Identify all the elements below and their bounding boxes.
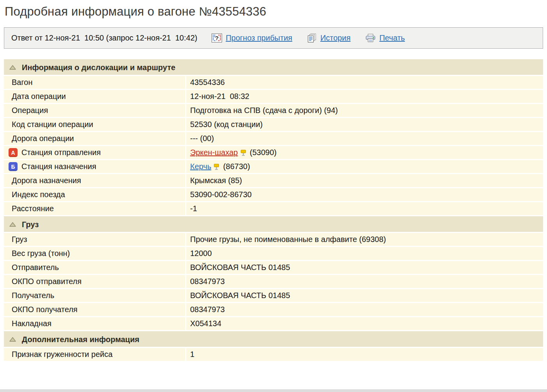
row-label-text: Операция bbox=[12, 106, 48, 115]
station-code: (86730) bbox=[221, 162, 250, 171]
print-link[interactable]: Печать bbox=[365, 34, 405, 43]
station-flag-icon bbox=[240, 150, 246, 156]
row-value: 12000 bbox=[186, 247, 543, 260]
forecast-link[interactable]: ? Прогноз прибытия bbox=[212, 34, 292, 42]
table-row: ПолучательВОЙСКОВАЯ ЧАСТЬ 01485 bbox=[4, 289, 543, 303]
row-label: Дата операции bbox=[4, 90, 186, 103]
forecast-calendar-icon: ? bbox=[212, 34, 222, 42]
row-value: 53090-002-86730 bbox=[186, 188, 543, 201]
row-value: Керчь (86730) bbox=[186, 160, 543, 173]
row-value: 12-ноя-21 08:32 bbox=[186, 90, 543, 103]
table-row: Расстояние-1 bbox=[4, 202, 543, 216]
wagon-detail-page: Подробная информация о вагоне №43554336 … bbox=[0, 0, 547, 362]
row-label: Накладная bbox=[4, 317, 186, 330]
table-row: Вес груза (тонн)12000 bbox=[4, 247, 543, 261]
row-label-text: Вес груза (тонн) bbox=[12, 249, 70, 258]
row-label-text: Дата операции bbox=[12, 92, 66, 101]
printer-icon bbox=[365, 34, 376, 43]
table-row: Дорога назначенияКрымская (85) bbox=[4, 174, 543, 188]
wagon-table: Информация о дислокации и маршрутеВагон4… bbox=[4, 59, 543, 362]
row-value: 52530 (код станции) bbox=[186, 118, 543, 131]
table-row: Дата операции12-ноя-21 08:32 bbox=[4, 90, 543, 104]
row-label: Дорога операции bbox=[4, 132, 186, 145]
row-value: 08347973 bbox=[186, 303, 543, 316]
section-title: Информация о дислокации и маршруте bbox=[22, 63, 175, 72]
row-label: Признак груженности рейса bbox=[4, 348, 186, 361]
row-value: X054134 bbox=[186, 317, 543, 330]
marker-a-icon: А bbox=[9, 148, 18, 157]
row-label-text: Вагон bbox=[12, 78, 33, 87]
table-row: ОКПО отправителя08347973 bbox=[4, 275, 543, 289]
history-pages-icon bbox=[307, 33, 317, 43]
page-title: Подробная информация о вагоне №43554336 bbox=[5, 5, 543, 19]
section-title: Груз bbox=[22, 220, 39, 229]
table-row: ОтправительВОЙСКОВАЯ ЧАСТЬ 01485 bbox=[4, 261, 543, 275]
row-label: БСтанция назначения bbox=[4, 160, 186, 173]
table-row: АСтанция отправленияЭркен-шахар (53090) bbox=[4, 146, 543, 160]
row-value: 08347973 bbox=[186, 275, 543, 288]
row-label-text: ОКПО получателя bbox=[12, 305, 78, 314]
response-timestamp: Ответ от 12-ноя-21 10:50 (запрос 12-ноя-… bbox=[11, 34, 197, 42]
station-link[interactable]: Эркен-шахар bbox=[190, 148, 238, 157]
table-row: Дорога операции--- (00) bbox=[4, 132, 543, 146]
row-label: ОКПО отправителя bbox=[4, 275, 186, 288]
table-row: Индекс поезда53090-002-86730 bbox=[4, 188, 543, 202]
forecast-link-label: Прогноз прибытия bbox=[226, 34, 292, 42]
row-label-text: Расстояние bbox=[12, 204, 54, 213]
row-label-text: Получатель bbox=[12, 291, 54, 300]
row-label: Дорога назначения bbox=[4, 174, 186, 187]
table-row: ОКПО получателя08347973 bbox=[4, 303, 543, 317]
row-label-text: Дорога операции bbox=[12, 134, 74, 143]
table-row: Вагон43554336 bbox=[4, 76, 543, 90]
bottom-edge bbox=[0, 389, 547, 392]
section-header[interactable]: Дополнительная информация bbox=[4, 331, 543, 348]
row-label: Вес груза (тонн) bbox=[4, 247, 186, 260]
collapse-triangle-icon bbox=[9, 65, 16, 70]
row-label: Получатель bbox=[4, 289, 186, 302]
row-label: Индекс поезда bbox=[4, 188, 186, 201]
row-label: Операция bbox=[4, 104, 186, 117]
row-label-text: Индекс поезда bbox=[12, 190, 65, 199]
section-title: Дополнительная информация bbox=[22, 335, 139, 344]
table-row: БСтанция назначенияКерчь (86730) bbox=[4, 160, 543, 174]
row-label-text: Код станции операции bbox=[12, 120, 93, 129]
section-header[interactable]: Груз bbox=[4, 216, 543, 233]
row-label-text: Накладная bbox=[12, 319, 51, 328]
history-link[interactable]: История bbox=[307, 33, 351, 43]
section-header[interactable]: Информация о дислокации и маршруте bbox=[4, 59, 543, 76]
table-row: ОперацияПодготовка на СПВ (сдача с дорог… bbox=[4, 104, 543, 118]
row-label: АСтанция отправления bbox=[4, 146, 186, 159]
collapse-triangle-icon bbox=[9, 337, 16, 342]
row-label: ОКПО получателя bbox=[4, 303, 186, 316]
row-label: Отправитель bbox=[4, 261, 186, 274]
row-value: --- (00) bbox=[186, 132, 543, 145]
row-value: Эркен-шахар (53090) bbox=[186, 146, 543, 159]
row-value: Прочие грузы, не поименованные в алфавит… bbox=[186, 233, 543, 246]
table-row: Код станции операции52530 (код станции) bbox=[4, 118, 543, 132]
station-link[interactable]: Керчь bbox=[190, 162, 211, 171]
print-link-label: Печать bbox=[379, 34, 405, 42]
station-code: (53090) bbox=[248, 148, 277, 157]
row-label: Вагон bbox=[4, 76, 186, 89]
row-label-text: ОКПО отправителя bbox=[12, 277, 81, 286]
row-value: 43554336 bbox=[186, 76, 543, 89]
row-value: ВОЙСКОВАЯ ЧАСТЬ 01485 bbox=[186, 261, 543, 274]
station-flag-icon bbox=[214, 164, 219, 170]
row-label: Груз bbox=[4, 233, 186, 246]
svg-text:?: ? bbox=[215, 35, 219, 41]
row-label-text: Станция назначения bbox=[21, 162, 96, 171]
table-row: Признак груженности рейса1 bbox=[4, 348, 543, 362]
row-label: Расстояние bbox=[4, 202, 186, 215]
row-label-text: Станция отправления bbox=[21, 148, 101, 157]
row-value: -1 bbox=[186, 202, 543, 215]
table-row: ГрузПрочие грузы, не поименованные в алф… bbox=[4, 233, 543, 247]
row-value: 1 bbox=[186, 348, 543, 361]
table-row: НакладнаяX054134 bbox=[4, 317, 543, 331]
collapse-triangle-icon bbox=[9, 222, 16, 227]
row-value: Подготовка на СПВ (сдача с дороги) (94) bbox=[186, 104, 543, 117]
row-label-text: Груз bbox=[12, 235, 27, 244]
row-label-text: Отправитель bbox=[12, 263, 59, 272]
row-label: Код станции операции bbox=[4, 118, 186, 131]
row-label-text: Признак груженности рейса bbox=[12, 350, 113, 359]
row-label-text: Дорога назначения bbox=[12, 176, 81, 185]
